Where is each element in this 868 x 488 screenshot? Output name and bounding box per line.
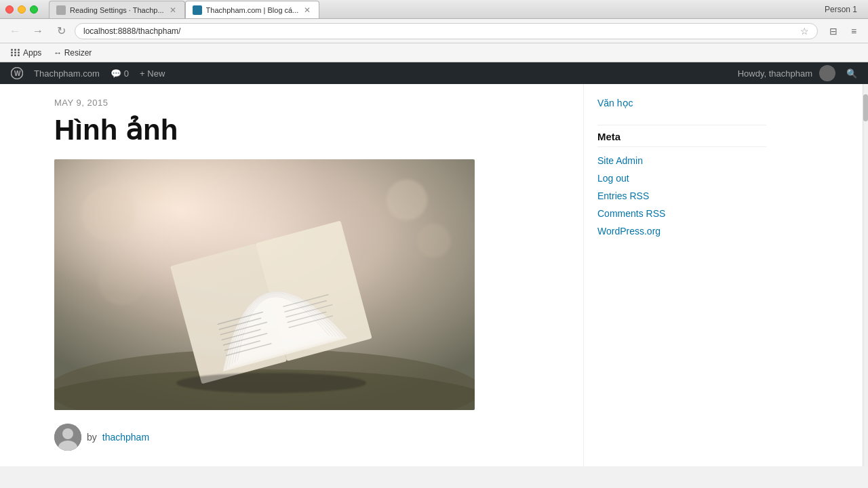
post-title: Hình ảnh (54, 115, 556, 146)
post-image (54, 159, 475, 410)
tab-close-1[interactable]: ✕ (168, 5, 178, 15)
meta-section: Meta Site Admin Log out Entries RSS Comm… (597, 131, 766, 237)
scrollbar[interactable] (863, 84, 868, 466)
address-bar[interactable]: localhost:8888/thachpham/ ☆ (75, 23, 818, 39)
avatar-image (54, 424, 81, 451)
author-prefix: by (87, 432, 97, 443)
comments-rss-link[interactable]: Comments RSS (597, 208, 766, 219)
bookmark-star-icon[interactable]: ☆ (800, 26, 809, 37)
book-photo-svg (54, 159, 475, 410)
maximize-button[interactable] (30, 5, 38, 14)
new-post-item[interactable]: + New (134, 62, 170, 84)
bookmarks-bar: Apps ↔ Resizer (0, 43, 868, 62)
categories-section: Văn học (597, 98, 766, 108)
wp-logo-item[interactable]: W (5, 62, 28, 84)
wp-admin-bar: W Thachpham.com 💬 0 + New Howdy, thachph… (0, 62, 868, 84)
post-author: by thachpham (54, 424, 556, 451)
sidebar-divider-1 (597, 125, 766, 125)
wordpress-logo-icon: W (11, 67, 23, 79)
tab-title-2: Thachpham.com | Blog cá... (206, 6, 299, 14)
user-avatar (819, 65, 835, 81)
new-post-label: + New (140, 68, 165, 79)
reader-view-button[interactable]: ⊟ (825, 22, 842, 40)
tab-title-1: Reading Settings · Thachp... (70, 6, 164, 14)
van-hoc-link[interactable]: Văn học (597, 98, 766, 108)
tab-favicon-2 (193, 5, 202, 15)
more-options-button[interactable]: ≡ (845, 22, 863, 40)
resizer-label: ↔ Resizer (54, 48, 92, 58)
tab-thachpham-blog[interactable]: Thachpham.com | Blog cá... ✕ (185, 1, 320, 18)
meta-title: Meta (597, 131, 766, 147)
apps-grid-icon[interactable]: Apps (5, 47, 47, 59)
log-out-link[interactable]: Log out (597, 173, 766, 184)
forward-button[interactable]: → (28, 22, 47, 41)
page-wrapper: MAY 9, 2015 Hình ảnh (0, 84, 868, 466)
nav-right-icons: ⊟ ≡ (825, 22, 863, 40)
entries-rss-link[interactable]: Entries RSS (597, 190, 766, 201)
author-avatar (54, 424, 81, 451)
tab-reading-settings[interactable]: Reading Settings · Thachp... ✕ (49, 1, 185, 18)
resizer-bookmark[interactable]: ↔ Resizer (48, 47, 97, 59)
person-label: Person 1 (825, 5, 857, 14)
navigation-bar: ← → ↻ localhost:8888/thachpham/ ☆ ⊟ ≡ (0, 19, 868, 43)
svg-point-27 (62, 428, 73, 439)
main-content: MAY 9, 2015 Hình ảnh (0, 84, 583, 466)
site-name-item[interactable]: Thachpham.com (28, 62, 105, 84)
comments-icon: 💬 (111, 68, 121, 79)
close-button[interactable] (5, 5, 14, 14)
comments-rss-text: Comments RSS (597, 208, 665, 219)
back-button[interactable]: ← (5, 22, 24, 41)
tab-close-2[interactable]: ✕ (302, 5, 312, 15)
svg-text:W: W (14, 70, 21, 77)
entries-rss-text: Entries RSS (597, 190, 649, 201)
site-admin-link[interactable]: Site Admin (597, 155, 766, 166)
comments-count: 0 (124, 68, 129, 79)
comments-item[interactable]: 💬 0 (105, 62, 134, 84)
site-name-label: Thachpham.com (34, 68, 100, 79)
refresh-button[interactable]: ↻ (52, 22, 71, 41)
scroll-thumb (863, 94, 868, 121)
url-text: localhost:8888/thachpham/ (83, 26, 796, 36)
post-date: MAY 9, 2015 (54, 98, 556, 108)
traffic-lights (5, 5, 38, 14)
howdy-item[interactable]: Howdy, thachpham (732, 62, 841, 84)
minimize-button[interactable] (18, 5, 26, 14)
tab-favicon-1 (56, 5, 66, 15)
author-name-link[interactable]: thachpham (102, 432, 149, 443)
search-item[interactable]: 🔍 (841, 62, 863, 84)
wordpress-org-link[interactable]: WordPress.org (597, 226, 766, 237)
title-bar: Reading Settings · Thachp... ✕ Thachpham… (0, 0, 868, 19)
svg-rect-25 (54, 159, 475, 410)
wp-right-section: Howdy, thachpham 🔍 (732, 62, 863, 84)
search-icon: 🔍 (846, 68, 857, 79)
howdy-label: Howdy, thachpham (738, 68, 812, 79)
sidebar: Văn học Meta Site Admin Log out Entries … (583, 84, 787, 466)
apps-label: Apps (23, 48, 41, 58)
